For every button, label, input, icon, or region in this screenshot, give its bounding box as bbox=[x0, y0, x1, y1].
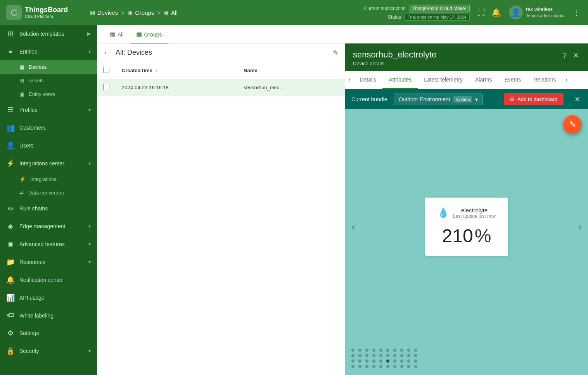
dot[interactable] bbox=[386, 359, 389, 363]
sidebar-item-advanced-features[interactable]: ◉ Advanced features ▾ bbox=[0, 235, 97, 253]
carousel-right-button[interactable]: › bbox=[575, 217, 585, 236]
security-icon: 🔒 bbox=[6, 347, 15, 355]
dot[interactable] bbox=[372, 365, 375, 368]
entities-label: Entities bbox=[19, 49, 84, 55]
detail-tab-events[interactable]: Events bbox=[498, 71, 527, 89]
select-all-checkbox[interactable] bbox=[103, 67, 109, 73]
sidebar-item-customers[interactable]: 👥 Customers bbox=[0, 119, 97, 137]
dot[interactable] bbox=[379, 354, 382, 357]
breadcrumb-devices[interactable]: ▦ Devices bbox=[90, 9, 118, 16]
dot[interactable] bbox=[365, 349, 368, 352]
sidebar-item-devices[interactable]: ▦ Devices bbox=[0, 60, 97, 74]
dot[interactable] bbox=[400, 359, 403, 363]
dot[interactable] bbox=[407, 365, 410, 368]
add-to-dashboard-button[interactable]: ⊞ Add to dashboard bbox=[504, 93, 564, 105]
dot[interactable] bbox=[386, 365, 389, 368]
dot[interactable] bbox=[351, 365, 355, 368]
fullscreen-button[interactable]: ⛶ bbox=[476, 7, 487, 19]
tab-bar: ▦ All ▦ Groups bbox=[97, 25, 588, 43]
sidebar-item-entities[interactable]: ≡ Entities ▾ bbox=[0, 43, 97, 60]
sidebar-item-data-converters[interactable]: ⇄ Data converters bbox=[0, 186, 97, 200]
dot[interactable] bbox=[351, 354, 355, 357]
user-area[interactable]: 👤 rak wireless Tenant administrator bbox=[509, 5, 565, 19]
dot[interactable] bbox=[372, 349, 375, 352]
dot[interactable] bbox=[358, 359, 361, 363]
bundle-selector[interactable]: Outdoor Environment System ▾ bbox=[394, 94, 483, 105]
dot[interactable] bbox=[365, 359, 368, 363]
tabs-scroll-right[interactable]: › bbox=[562, 71, 571, 89]
sidebar-item-resources[interactable]: 📁 Resources ▾ bbox=[0, 253, 97, 271]
sidebar-item-integrations-center[interactable]: ⚡ Integrations center ▾ bbox=[0, 155, 97, 172]
tab-groups[interactable]: ▦ Groups bbox=[130, 26, 168, 43]
dot[interactable] bbox=[365, 354, 368, 357]
dot[interactable] bbox=[379, 365, 382, 368]
dot[interactable] bbox=[372, 354, 375, 357]
dot[interactable] bbox=[358, 354, 361, 357]
sidebar-item-edge-management[interactable]: ◈ Edge management ▾ bbox=[0, 217, 97, 235]
detail-close-button[interactable]: ✕ bbox=[571, 50, 580, 61]
row-checkbox[interactable] bbox=[103, 84, 109, 90]
detail-tab-latest-telemetry[interactable]: Latest telemetry bbox=[418, 71, 469, 89]
dot[interactable] bbox=[400, 349, 403, 352]
breadcrumb-all[interactable]: ▦ All bbox=[164, 9, 178, 16]
sidebar-item-security[interactable]: 🔒 Security ▾ bbox=[0, 342, 97, 360]
sidebar-item-users[interactable]: 👤 Users bbox=[0, 137, 97, 155]
sidebar-item-entity-views[interactable]: ▣ Entity views bbox=[0, 87, 97, 101]
detail-help-button[interactable]: ? bbox=[561, 50, 568, 61]
dot[interactable] bbox=[351, 349, 355, 352]
dot[interactable] bbox=[400, 365, 403, 368]
dot[interactable] bbox=[393, 354, 396, 357]
dot[interactable] bbox=[379, 349, 382, 352]
sidebar-item-integrations[interactable]: ⚡ Integrations bbox=[0, 172, 97, 186]
tab-all[interactable]: ▦ All bbox=[103, 26, 130, 43]
dot[interactable] bbox=[358, 365, 361, 368]
sidebar-item-settings[interactable]: ⚙ Settings bbox=[0, 324, 97, 342]
tabs-scroll-left[interactable]: ‹ bbox=[345, 71, 353, 89]
dot[interactable] bbox=[386, 354, 389, 357]
sidebar-item-profiles[interactable]: ☰ Profiles ▾ bbox=[0, 101, 97, 119]
sidebar-item-assets[interactable]: ▤ Assets bbox=[0, 74, 97, 87]
more-options-button[interactable]: ⋮ bbox=[571, 6, 582, 19]
dot[interactable] bbox=[414, 349, 417, 352]
sidebar-item-rule-chains[interactable]: ⇔ Rule chains bbox=[0, 200, 97, 217]
dot[interactable] bbox=[407, 349, 410, 352]
table-row[interactable]: 2024-04-23 16:16:18 sensorhub_elec... bbox=[97, 79, 345, 96]
detail-tabs: ‹ Details Attributes Latest telemetry Al… bbox=[345, 71, 588, 89]
tab-groups-label: Groups bbox=[144, 31, 162, 38]
dot[interactable] bbox=[386, 349, 389, 352]
bundle-close-button[interactable]: ✕ bbox=[573, 94, 582, 105]
sidebar-item-white-labeling[interactable]: 🏷 White labeling bbox=[0, 307, 97, 324]
entity-views-label: Entity views bbox=[29, 91, 55, 97]
dot[interactable] bbox=[393, 359, 396, 363]
sidebar-item-api-usage[interactable]: 📊 API usage bbox=[0, 289, 97, 307]
detail-header: sensorhub_electrolyte Device details ? ✕ bbox=[345, 43, 588, 71]
dot[interactable] bbox=[365, 365, 368, 368]
panel-edit-button[interactable]: ✎ bbox=[333, 49, 339, 57]
dot[interactable] bbox=[393, 365, 396, 368]
dot[interactable] bbox=[372, 359, 375, 363]
notification-button[interactable]: 🔔 bbox=[490, 6, 503, 19]
dot[interactable] bbox=[407, 359, 410, 363]
detail-tab-details[interactable]: Details bbox=[353, 71, 382, 89]
row-created-time: 2024-04-23 16:16:18 bbox=[116, 79, 237, 96]
dot[interactable] bbox=[414, 365, 417, 368]
dot[interactable] bbox=[400, 354, 403, 357]
edit-fab-button[interactable]: ✎ bbox=[563, 115, 582, 134]
sidebar-item-notification-center[interactable]: 🔔 Notification center bbox=[0, 271, 97, 289]
dot[interactable] bbox=[358, 349, 361, 352]
dot[interactable] bbox=[351, 359, 355, 363]
carousel-left-button[interactable]: ‹ bbox=[348, 217, 358, 236]
sidebar-item-solution-templates[interactable]: ⊞ Solution templates ▶ bbox=[0, 25, 97, 43]
detail-tab-alarms[interactable]: Alarms bbox=[469, 71, 498, 89]
dot[interactable] bbox=[414, 359, 417, 363]
dot[interactable] bbox=[379, 359, 382, 363]
header-name[interactable]: Name bbox=[237, 62, 345, 79]
detail-tab-attributes[interactable]: Attributes bbox=[382, 71, 418, 89]
header-created-time[interactable]: Created time ↓ bbox=[116, 62, 237, 79]
breadcrumb-groups[interactable]: ▦ Groups bbox=[128, 9, 154, 16]
detail-tab-relations[interactable]: Relations bbox=[527, 71, 562, 89]
dot[interactable] bbox=[414, 354, 417, 357]
dot[interactable] bbox=[393, 349, 396, 352]
back-button[interactable]: ← bbox=[103, 48, 111, 57]
dot[interactable] bbox=[407, 354, 410, 357]
